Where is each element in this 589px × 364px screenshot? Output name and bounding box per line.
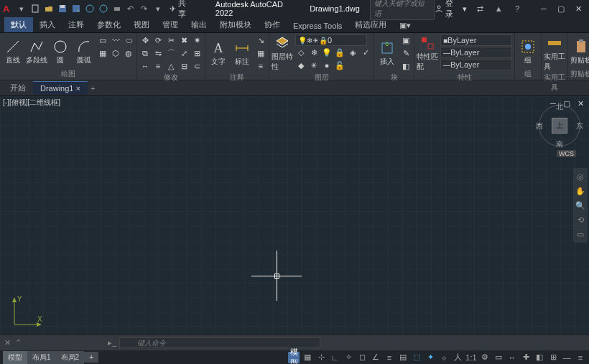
attr-icon[interactable]: ◧ bbox=[400, 60, 412, 72]
ellipse-icon[interactable]: ⬭ bbox=[123, 34, 134, 46]
laycur-icon[interactable]: ✓ bbox=[360, 47, 371, 58]
workspace-icon[interactable]: ⚙ bbox=[479, 352, 491, 363]
wcs-label[interactable]: WCS bbox=[557, 150, 576, 157]
join-icon[interactable]: ⊂ bbox=[191, 60, 203, 72]
maximize-button[interactable]: ▢ bbox=[553, 2, 569, 15]
laymch-icon[interactable]: ◈ bbox=[347, 47, 358, 58]
units-icon[interactable]: ↔ bbox=[506, 352, 518, 363]
viewport-label[interactable]: [-][俯视][二维线框] bbox=[3, 98, 60, 108]
transparency-icon[interactable]: ▤ bbox=[397, 352, 409, 363]
group-tool[interactable]: 组 bbox=[517, 34, 539, 68]
login-button[interactable]: 登录 ▾ bbox=[435, 0, 468, 19]
selection-icon[interactable]: ⬚ bbox=[411, 352, 422, 363]
cmd-close-icon[interactable]: ✕ bbox=[4, 338, 11, 347]
cloud-icon[interactable] bbox=[98, 3, 109, 14]
web-icon[interactable] bbox=[84, 3, 96, 14]
gizmo-icon[interactable]: ✦ bbox=[425, 352, 436, 363]
ortho-icon[interactable]: ∟ bbox=[329, 352, 340, 363]
doc-tab-close-icon[interactable]: × bbox=[76, 84, 80, 93]
panel-group-title[interactable]: 组 bbox=[517, 68, 539, 80]
qat-dropdown-icon[interactable]: ▾ bbox=[152, 3, 164, 14]
drawing-canvas[interactable]: [-][俯视][二维线框] ─ ▢ ✕ 北 南 西 东 上 WCS ◎ ✋ 🔍 … bbox=[0, 96, 589, 335]
layuniso-icon[interactable]: ◆ bbox=[295, 60, 307, 71]
viewcube-w[interactable]: 西 bbox=[536, 121, 543, 131]
match-tool[interactable]: 特性匹配 bbox=[417, 34, 438, 72]
copy-icon[interactable]: ⧉ bbox=[139, 47, 151, 59]
doc-tab-start[interactable]: 开始 bbox=[3, 80, 33, 95]
edit-icon[interactable]: ✎ bbox=[400, 47, 412, 59]
panel-draw-title[interactable]: 绘图 bbox=[2, 68, 134, 80]
tab-default[interactable]: 默认 bbox=[4, 17, 33, 32]
clean-icon[interactable]: — bbox=[561, 352, 572, 363]
fillet-icon[interactable]: ⌒ bbox=[165, 47, 177, 59]
ltype-combo[interactable]: — ByLayer bbox=[440, 59, 512, 70]
mtext-icon[interactable]: ≡ bbox=[255, 60, 266, 72]
color-combo[interactable]: ■ ByLayer bbox=[440, 34, 512, 46]
stretch-icon[interactable]: ↔ bbox=[139, 60, 151, 72]
polyline-tool[interactable]: 多段线 bbox=[26, 34, 47, 68]
panel-modify-title[interactable]: 修改 bbox=[139, 72, 203, 83]
orbit-icon[interactable]: ⟲ bbox=[574, 213, 587, 226]
monitor-icon[interactable]: ▭ bbox=[493, 352, 504, 363]
lweight-combo[interactable]: — ByLayer bbox=[440, 47, 512, 58]
tab-output[interactable]: 输出 bbox=[185, 17, 213, 32]
layoff-icon[interactable]: 💡 bbox=[321, 47, 333, 58]
align-icon[interactable]: ⊟ bbox=[178, 60, 190, 72]
circle-tool[interactable]: 圆 bbox=[50, 34, 71, 68]
tab-annotate[interactable]: 注释 bbox=[62, 17, 91, 32]
scale-icon[interactable]: ⤢ bbox=[178, 47, 190, 59]
help-icon[interactable]: ? bbox=[511, 3, 523, 14]
zoom-icon[interactable]: 🔍 bbox=[574, 199, 587, 212]
save-icon[interactable] bbox=[57, 3, 68, 14]
layiso-icon[interactable]: ◇ bbox=[295, 47, 307, 58]
isolate-icon[interactable]: ◧ bbox=[534, 352, 545, 363]
custom-icon[interactable]: ≡ bbox=[575, 352, 586, 363]
rect-icon[interactable]: ▭ bbox=[97, 34, 108, 46]
a360-icon[interactable]: ▲ bbox=[493, 3, 504, 14]
layout-add[interactable]: + bbox=[84, 352, 98, 363]
pan-icon[interactable]: ✋ bbox=[574, 185, 587, 197]
ucs-icon[interactable]: Y X bbox=[9, 294, 45, 330]
create-icon[interactable]: ▣ bbox=[400, 34, 412, 46]
layerprops-tool[interactable]: 图层特性 bbox=[272, 34, 293, 72]
viewcube[interactable]: 北 南 西 东 上 bbox=[537, 103, 582, 148]
array-icon[interactable]: ⊞ bbox=[191, 47, 203, 59]
scale-icon[interactable]: 1:1 bbox=[465, 352, 477, 363]
layout-model[interactable]: 模型 bbox=[3, 351, 27, 364]
trim-icon[interactable]: ✂ bbox=[165, 34, 177, 46]
layout-1[interactable]: 布局1 bbox=[27, 351, 56, 364]
polygon-icon[interactable]: ⬡ bbox=[110, 47, 121, 59]
layulk-icon[interactable]: 🔓 bbox=[334, 60, 345, 71]
share-button[interactable]: ✈ 共享 bbox=[170, 0, 194, 19]
menu-icon[interactable]: ▾ bbox=[16, 3, 27, 14]
minimize-button[interactable]: ─ bbox=[536, 2, 552, 15]
arc-tool[interactable]: 圆弧 bbox=[73, 34, 95, 68]
erase-icon[interactable]: ✖ bbox=[178, 34, 190, 46]
new-icon[interactable] bbox=[29, 3, 41, 14]
tab-view[interactable]: 视图 bbox=[127, 17, 156, 32]
osnap-icon[interactable]: ◻ bbox=[356, 352, 368, 363]
undo-icon[interactable]: ↶ bbox=[125, 3, 136, 14]
hatch-icon[interactable]: ▦ bbox=[97, 47, 108, 59]
snap-icon[interactable]: ⊹ bbox=[315, 352, 327, 363]
measure-tool[interactable]: 实用工具 bbox=[544, 34, 565, 72]
polar-icon[interactable]: ✧ bbox=[343, 352, 354, 363]
region-icon[interactable]: ◍ bbox=[123, 47, 134, 59]
tab-addins[interactable]: 附加模块 bbox=[213, 17, 258, 32]
redo-icon[interactable]: ↷ bbox=[139, 3, 150, 14]
rotate-icon[interactable]: ⟳ bbox=[152, 34, 164, 46]
annoscale-icon[interactable]: ⟐ bbox=[438, 352, 450, 363]
viewcube-s[interactable]: 南 bbox=[556, 139, 563, 149]
wheel-icon[interactable]: ◎ bbox=[574, 170, 587, 183]
chamfer-icon[interactable]: △ bbox=[165, 60, 177, 72]
tab-insert[interactable]: 插入 bbox=[33, 17, 62, 32]
status-model[interactable]: 模型 bbox=[288, 352, 300, 363]
table-icon[interactable]: ▦ bbox=[255, 47, 266, 59]
dim-tool[interactable]: 标注 bbox=[231, 34, 253, 72]
quickprops-icon[interactable]: ✚ bbox=[520, 352, 532, 363]
saveas-icon[interactable] bbox=[70, 3, 82, 14]
layfrz-icon[interactable]: ❄ bbox=[308, 47, 320, 58]
tab-parametric[interactable]: 参数化 bbox=[91, 17, 127, 32]
panel-props-title[interactable]: 特性 bbox=[417, 72, 512, 83]
move-icon[interactable]: ✥ bbox=[139, 34, 151, 46]
